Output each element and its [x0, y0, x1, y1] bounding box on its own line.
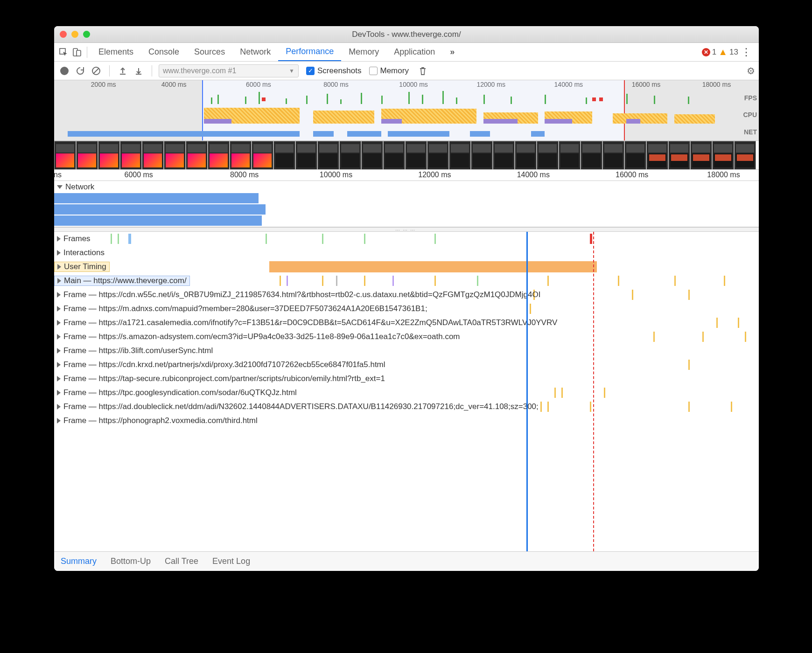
svg-rect-2: [77, 50, 81, 56]
tab-memory[interactable]: Memory: [341, 43, 386, 61]
filmstrip-thumb[interactable]: [646, 141, 668, 170]
devtools-window: DevTools - www.theverge.com/ Elements Co…: [54, 26, 759, 571]
tab-call-tree[interactable]: Call Tree: [165, 556, 198, 566]
main-thread-row[interactable]: Main — https://www.theverge.com/: [54, 274, 759, 288]
tab-performance[interactable]: Performance: [278, 43, 341, 61]
window-title: DevTools - www.theverge.com/: [54, 30, 759, 39]
filmstrip-thumb[interactable]: [449, 141, 471, 170]
error-icon: ✕: [702, 48, 710, 56]
record-button[interactable]: [58, 64, 71, 77]
frame-row[interactable]: Frame — https://tpc.googlesyndication.co…: [54, 386, 759, 400]
flame-chart[interactable]: Frames Interactions User Timing Main — h…: [54, 232, 759, 551]
filmstrip-thumb[interactable]: [295, 141, 317, 170]
filmstrip-thumb[interactable]: [230, 141, 252, 170]
filmstrip-thumb[interactable]: [54, 141, 76, 170]
disclosure-right-icon: [57, 418, 61, 424]
filmstrip-thumb[interactable]: [559, 141, 581, 170]
frame-row[interactable]: Frame — https://cdn.w55c.net/i/s_0RB7U9m…: [54, 288, 759, 302]
disclosure-right-icon: [57, 292, 61, 298]
frames-row[interactable]: Frames: [54, 232, 759, 246]
frame-row[interactable]: Frame — https://s.amazon-adsystem.com/ec…: [54, 330, 759, 344]
tab-summary[interactable]: Summary: [61, 556, 97, 566]
filmstrip-thumb[interactable]: [493, 141, 515, 170]
frame-row[interactable]: Frame — https://m.adnxs.com/mapuid?membe…: [54, 302, 759, 316]
filmstrip-thumb[interactable]: [624, 141, 646, 170]
garbage-collect-button[interactable]: [416, 64, 429, 77]
filmstrip-thumb[interactable]: [164, 141, 186, 170]
interactions-row[interactable]: Interactions: [54, 246, 759, 260]
filmstrip-thumb[interactable]: [581, 141, 602, 170]
recording-selector-value: www.theverge.com #1: [163, 67, 236, 75]
filmstrip-thumb[interactable]: [690, 141, 712, 170]
frame-label: Frame — https://m.adnxs.com/mapuid?membe…: [63, 304, 427, 313]
inspect-element-icon[interactable]: [57, 46, 70, 59]
frame-label: Frame — https://cdn.w55c.net/i/s_0RB7U9m…: [63, 290, 540, 299]
frame-row[interactable]: Frame — https://a1721.casalemedia.com/if…: [54, 316, 759, 330]
detail-ruler[interactable]: ns6000 ms8000 ms10000 ms12000 ms14000 ms…: [54, 170, 759, 181]
device-toggle-icon[interactable]: [70, 46, 83, 59]
ruler-tick: 18000 ms: [707, 171, 740, 179]
screenshot-filmstrip[interactable]: document.write(Array.from({length:32},(_…: [54, 141, 759, 170]
filmstrip-thumb[interactable]: [712, 141, 734, 170]
filmstrip-thumb[interactable]: [76, 141, 98, 170]
filmstrip-thumb[interactable]: [515, 141, 537, 170]
filmstrip-thumb[interactable]: [405, 141, 427, 170]
filmstrip-thumb[interactable]: [427, 141, 449, 170]
tab-application[interactable]: Application: [386, 43, 442, 61]
filmstrip-thumb[interactable]: [361, 141, 383, 170]
memory-checkbox[interactable]: [369, 67, 378, 75]
settings-gear-icon[interactable]: ⚙: [747, 65, 755, 76]
more-menu-icon[interactable]: ⋮: [738, 46, 754, 58]
filmstrip-thumb[interactable]: [120, 141, 142, 170]
tab-event-log[interactable]: Event Log: [212, 556, 250, 566]
frame-row[interactable]: Frame — https://cdn.krxd.net/partnerjs/x…: [54, 358, 759, 372]
filmstrip-thumb[interactable]: [98, 141, 120, 170]
filmstrip-thumb[interactable]: [668, 141, 690, 170]
load-profile-button[interactable]: [116, 64, 129, 77]
filmstrip-thumb[interactable]: [208, 141, 230, 170]
disclosure-right-icon: [57, 306, 61, 312]
disclosure-right-icon: [57, 278, 61, 284]
filmstrip-thumb[interactable]: [252, 141, 273, 170]
filmstrip-thumb[interactable]: [273, 141, 295, 170]
filmstrip-thumb[interactable]: [537, 141, 559, 170]
filmstrip-thumb[interactable]: [339, 141, 361, 170]
close-window-button[interactable]: [60, 31, 67, 38]
tab-bottom-up[interactable]: Bottom-Up: [111, 556, 151, 566]
disclosure-right-icon: [57, 250, 61, 256]
filmstrip-thumb[interactable]: [602, 141, 624, 170]
recording-selector[interactable]: www.theverge.com #1 ▼: [159, 64, 299, 77]
clear-button[interactable]: [90, 64, 103, 77]
tab-sources[interactable]: Sources: [187, 43, 232, 61]
reload-record-button[interactable]: [74, 64, 87, 77]
playhead-marker[interactable]: [593, 232, 594, 551]
filmstrip-thumb[interactable]: [186, 141, 208, 170]
disclosure-right-icon: [57, 236, 61, 242]
tabs-overflow-icon[interactable]: »: [442, 43, 462, 61]
maximize-window-button[interactable]: [83, 31, 90, 38]
save-profile-button[interactable]: [132, 64, 145, 77]
user-timing-row[interactable]: User Timing: [54, 260, 759, 274]
filmstrip-thumb[interactable]: [317, 141, 339, 170]
frame-row[interactable]: Frame — https://ib.3lift.com/userSync.ht…: [54, 344, 759, 358]
filmstrip-thumb[interactable]: [142, 141, 164, 170]
tab-network[interactable]: Network: [232, 43, 278, 61]
tab-console[interactable]: Console: [141, 43, 187, 61]
disclosure-right-icon: [57, 362, 61, 368]
playhead-current[interactable]: [526, 232, 528, 551]
filmstrip-thumb[interactable]: [471, 141, 493, 170]
screenshots-checkbox[interactable]: ✓: [306, 67, 315, 75]
timeline-overview[interactable]: 2000 ms 4000 ms 6000 ms 8000 ms 10000 ms…: [54, 80, 759, 141]
resize-grip[interactable]: ⋯⋯⋯: [54, 227, 759, 232]
frame-label: Frame — https://s.amazon-adsystem.com/ec…: [63, 332, 460, 341]
network-header[interactable]: Network: [54, 181, 759, 193]
frame-row[interactable]: Frame — https://ad.doubleclick.net/ddm/a…: [54, 400, 759, 414]
frame-row[interactable]: Frame — https://tap-secure.rubiconprojec…: [54, 372, 759, 386]
filmstrip-thumb[interactable]: [383, 141, 405, 170]
disclosure-down-icon: [57, 185, 63, 189]
error-warning-badge[interactable]: ✕ 1 ▲ 13: [702, 47, 738, 57]
minimize-window-button[interactable]: [71, 31, 78, 38]
filmstrip-thumb[interactable]: [734, 141, 756, 170]
tab-elements[interactable]: Elements: [91, 43, 141, 61]
frame-row[interactable]: Frame — https://phonograph2.voxmedia.com…: [54, 414, 759, 428]
